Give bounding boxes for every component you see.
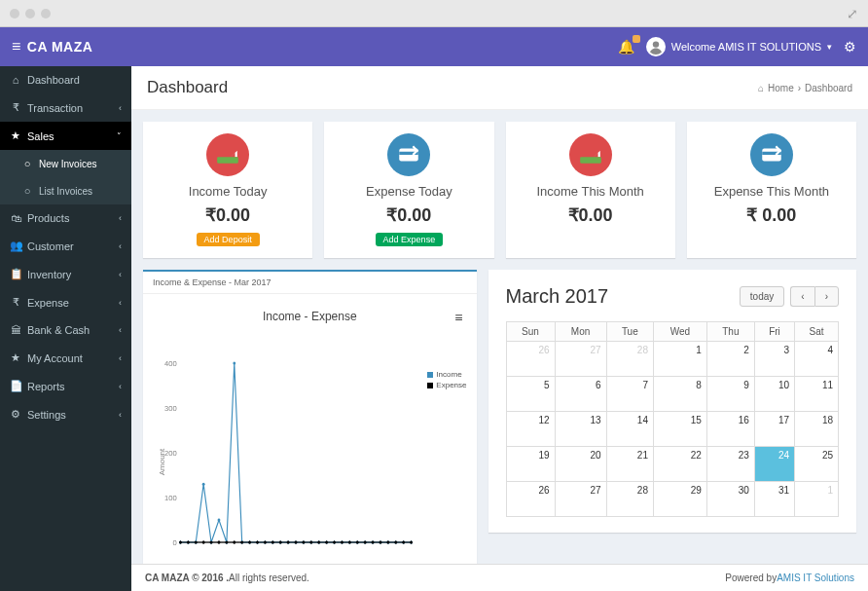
card-action-button[interactable]: Add Deposit — [197, 233, 260, 246]
svg-point-126 — [341, 541, 344, 544]
chart-legend: Income Expense — [427, 370, 466, 391]
calendar-cell[interactable]: 21 — [606, 447, 653, 482]
calendar-cell[interactable]: 12 — [506, 412, 555, 447]
calendar-day-header: Thu — [706, 322, 754, 342]
calendar-cell[interactable]: 7 — [606, 377, 653, 412]
sidebar-item[interactable]: ⌂Dashboard — [0, 66, 131, 93]
calendar-cell[interactable]: 16 — [706, 412, 754, 447]
sidebar-item[interactable]: ₹Expense‹ — [0, 288, 131, 316]
svg-point-119 — [287, 541, 290, 544]
sidebar-item[interactable]: 👥Customer‹ — [0, 232, 131, 260]
chart-menu-icon[interactable]: ≡ — [454, 310, 462, 325]
calendar-next-button[interactable]: › — [814, 286, 839, 307]
sidebar-item[interactable]: 🛍Products‹ — [0, 204, 131, 232]
sidebar-subitem[interactable]: ○New Invoices — [0, 150, 131, 177]
chart-title: Income - Expense — [153, 310, 467, 323]
calendar-cell[interactable]: 27 — [555, 342, 606, 377]
calendar-cell[interactable]: 19 — [506, 447, 555, 482]
nav-label: Expense — [27, 297, 69, 309]
calendar-cell[interactable]: 6 — [555, 377, 606, 412]
calendar-cell[interactable]: 23 — [706, 447, 754, 482]
calendar-cell[interactable]: 2 — [706, 342, 754, 377]
calendar-cell[interactable]: 8 — [653, 377, 706, 412]
hamburger-icon[interactable]: ≡ — [12, 38, 21, 55]
sidebar-item[interactable]: ⚙Settings‹ — [0, 400, 131, 428]
bell-badge — [633, 35, 640, 43]
notifications-button[interactable]: 🔔 — [618, 39, 634, 55]
calendar-cell[interactable]: 15 — [653, 412, 706, 447]
calendar-cell[interactable]: 9 — [706, 377, 754, 412]
breadcrumb-home[interactable]: Home — [768, 83, 794, 93]
calendar-cell[interactable]: 28 — [606, 342, 653, 377]
sidebar-item[interactable]: 📄Reports‹ — [0, 372, 131, 400]
sidebar-item[interactable]: 🏛Bank & Cash‹ — [0, 316, 131, 344]
svg-text:0: 0 — [172, 538, 177, 547]
footer-company-link[interactable]: AMIS IT Solutions — [777, 573, 854, 583]
svg-rect-3 — [580, 157, 601, 164]
svg-point-134 — [402, 541, 405, 544]
legend-expense-swatch — [427, 383, 433, 388]
calendar-cell[interactable]: 24 — [754, 447, 794, 482]
content-header: Dashboard ⌂ Home › Dashboard — [131, 66, 868, 110]
chart-ylabel: Amount — [158, 449, 166, 476]
calendar-cell[interactable]: 28 — [606, 482, 653, 517]
svg-point-81 — [233, 362, 235, 365]
sidebar-item[interactable]: 📋Inventory‹ — [0, 260, 131, 288]
svg-point-107 — [195, 541, 198, 544]
card-title: Income This Month — [514, 184, 668, 199]
footer: CA MAZA © 2016 . All rights reserved. Po… — [131, 564, 868, 591]
user-menu[interactable]: Welcome AMIS IT SOLUTIONS ▾ — [646, 37, 832, 56]
calendar-cell[interactable]: 1 — [653, 342, 706, 377]
calendar-cell[interactable]: 13 — [555, 412, 606, 447]
calendar-cell[interactable]: 4 — [795, 342, 839, 377]
calendar-today-button[interactable]: today — [740, 286, 784, 307]
nav-icon: ★ — [10, 129, 21, 142]
calendar-cell[interactable]: 26 — [506, 482, 555, 517]
calendar-cell[interactable]: 20 — [555, 447, 606, 482]
card-icon — [750, 133, 793, 176]
calendar-cell[interactable]: 14 — [606, 412, 653, 447]
calendar-cell[interactable]: 5 — [506, 377, 555, 412]
calendar-day-header: Fri — [754, 322, 794, 342]
svg-point-132 — [386, 541, 389, 544]
calendar-cell[interactable]: 25 — [795, 447, 839, 482]
sidebar-item[interactable]: ★Sales˅ — [0, 122, 131, 150]
legend-income-label: Income — [436, 370, 461, 379]
svg-rect-0 — [217, 157, 238, 164]
calendar-cell[interactable]: 27 — [555, 482, 606, 517]
calendar-prev-button[interactable]: ‹ — [790, 286, 814, 307]
nav-label: Dashboard — [27, 74, 80, 86]
brand-text: CA MAZA — [27, 39, 93, 55]
calendar-cell[interactable]: 11 — [795, 377, 839, 412]
chevron-icon: ‹ — [119, 103, 122, 113]
calendar-cell[interactable]: 1 — [795, 482, 839, 517]
sidebar-item[interactable]: ★My Account‹ — [0, 344, 131, 372]
chevron-icon: ‹ — [119, 382, 122, 391]
calendar-cell[interactable]: 10 — [754, 377, 794, 412]
calendar-cell[interactable]: 17 — [754, 412, 794, 447]
svg-point-77 — [202, 483, 205, 486]
avatar — [646, 37, 666, 56]
expand-icon[interactable]: ⤢ — [847, 6, 858, 21]
calendar-cell[interactable]: 22 — [653, 447, 706, 482]
chart-tab[interactable]: Income & Expense - Mar 2017 — [143, 270, 477, 294]
calendar-cell[interactable]: 31 — [754, 482, 794, 517]
brand[interactable]: ≡ CA MAZA — [12, 38, 92, 55]
calendar-grid: SunMonTueWedThuFriSat 262728123456789101… — [506, 321, 840, 517]
svg-point-105 — [179, 541, 182, 544]
calendar-cell[interactable]: 3 — [754, 342, 794, 377]
calendar-day-header: Mon — [555, 322, 606, 342]
sidebar-item[interactable]: ₹Transaction‹ — [0, 93, 131, 122]
calendar-cell[interactable]: 30 — [706, 482, 754, 517]
card-action-button[interactable]: Add Expense — [376, 233, 444, 246]
sidebar-subitem[interactable]: ○List Invoices — [0, 177, 131, 204]
chevron-icon: ‹ — [119, 241, 122, 251]
svg-point-113 — [240, 541, 243, 544]
calendar-cell[interactable]: 18 — [795, 412, 839, 447]
calendar-cell[interactable]: 26 — [506, 342, 555, 377]
nav-label: Reports — [27, 381, 65, 392]
nav-icon: 📋 — [10, 268, 21, 280]
settings-gears[interactable]: ⚙ — [844, 39, 856, 55]
svg-point-116 — [264, 541, 267, 544]
calendar-cell[interactable]: 29 — [653, 482, 706, 517]
